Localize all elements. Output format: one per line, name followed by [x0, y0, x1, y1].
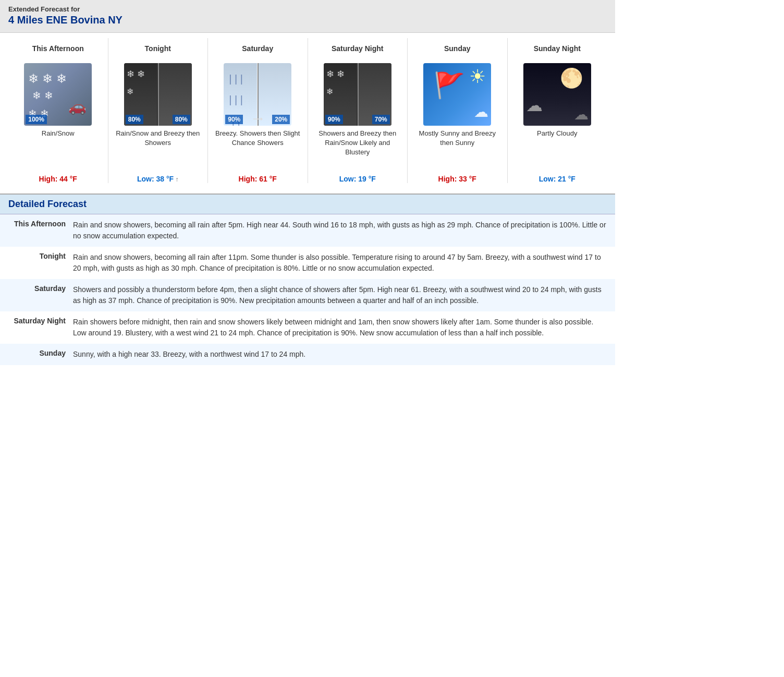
detail-period-3: Saturday Night: [0, 311, 73, 344]
weather-image-tonight: ❄ ❄❄80%80%: [124, 63, 192, 126]
forecast-grid: This Afternoon❄ ❄ ❄❄ ❄ ❄ ❄🚗100%Rain/Snow…: [8, 38, 607, 183]
detail-text-1: Rain and snow showers, becoming all rain…: [73, 247, 615, 279]
detail-period-4: Sunday: [0, 344, 73, 365]
detail-row: Saturday NightRain showers before midnig…: [0, 311, 615, 344]
forecast-temp-sunday-night: Low: 21 °F: [512, 175, 603, 183]
page-header: Extended Forecast for 4 Miles ENE Bovina…: [0, 0, 615, 33]
forecast-col-saturday: Saturday| | || | || |90%⟶20%Breezy. Show…: [208, 38, 308, 183]
forecast-col-this-afternoon: This Afternoon❄ ❄ ❄❄ ❄ ❄ ❄🚗100%Rain/Snow…: [8, 38, 108, 183]
detail-period-0: This Afternoon: [0, 214, 73, 247]
forecast-temp-sunday: High: 33 °F: [412, 175, 503, 183]
forecast-period-sunday: Sunday: [412, 38, 503, 59]
forecast-period-saturday-night: Saturday Night: [312, 38, 403, 59]
forecast-period-tonight: Tonight: [113, 38, 204, 59]
forecast-period-this-afternoon: This Afternoon: [13, 38, 104, 59]
detail-text-2: Showers and possibly a thunderstorm befo…: [73, 279, 615, 311]
detail-period-1: Tonight: [0, 247, 73, 279]
weather-image-this-afternoon: ❄ ❄ ❄❄ ❄ ❄ ❄🚗100%: [24, 63, 92, 126]
forecast-desc-saturday: Breezy. Showers then Slight Chance Showe…: [212, 129, 303, 171]
forecast-col-saturday-night: Saturday Night❄ ❄❄90%70%Showers and Bree…: [308, 38, 408, 183]
forecast-temp-tonight: Low: 38 °F ↑: [113, 175, 204, 183]
forecast-temp-saturday: High: 61 °F: [212, 175, 303, 183]
forecast-col-sunday-night: Sunday Night🌕☁☁Partly CloudyLow: 21 °F: [508, 38, 607, 183]
forecast-period-saturday: Saturday: [212, 38, 303, 59]
header-label: Extended Forecast for: [8, 5, 607, 13]
detail-row: SaturdayShowers and possibly a thunderst…: [0, 279, 615, 311]
forecast-desc-tonight: Rain/Snow and Breezy then Showers: [113, 129, 204, 171]
forecast-desc-sunday-night: Partly Cloudy: [512, 129, 603, 171]
detailed-forecast-section: Detailed Forecast This AfternoonRain and…: [0, 195, 615, 365]
detail-row: TonightRain and snow showers, becoming a…: [0, 247, 615, 279]
detail-period-2: Saturday: [0, 279, 73, 311]
forecast-temp-this-afternoon: High: 44 °F: [13, 175, 104, 183]
forecast-col-sunday: Sunday🚩☀☁Mostly Sunny and Breezy then Su…: [408, 38, 508, 183]
forecast-col-tonight: Tonight❄ ❄❄80%80%Rain/Snow and Breezy th…: [108, 38, 209, 183]
detail-table: This AfternoonRain and snow showers, bec…: [0, 214, 615, 365]
weather-image-sunday-night: 🌕☁☁: [523, 63, 591, 126]
forecast-temp-saturday-night: Low: 19 °F: [312, 175, 403, 183]
weather-image-saturday-night: ❄ ❄❄90%70%: [324, 63, 391, 126]
weather-image-sunday: 🚩☀☁: [423, 63, 491, 126]
header-location: 4 Miles ENE Bovina NY: [8, 14, 607, 26]
detail-row: This AfternoonRain and snow showers, bec…: [0, 214, 615, 247]
forecast-desc-this-afternoon: Rain/Snow: [13, 129, 104, 171]
detailed-forecast-header: Detailed Forecast: [0, 195, 615, 214]
weather-image-saturday: | | || | || |90%⟶20%: [224, 63, 291, 126]
forecast-period-sunday-night: Sunday Night: [512, 38, 603, 59]
forecast-desc-sunday: Mostly Sunny and Breezy then Sunny: [412, 129, 503, 171]
forecast-desc-saturday-night: Showers and Breezy then Rain/Snow Likely…: [312, 129, 403, 171]
detail-text-0: Rain and snow showers, becoming all rain…: [73, 214, 615, 247]
detail-row: SundaySunny, with a high near 33. Breezy…: [0, 344, 615, 365]
detail-text-3: Rain showers before midnight, then rain …: [73, 311, 615, 344]
extended-forecast-section: This Afternoon❄ ❄ ❄❄ ❄ ❄ ❄🚗100%Rain/Snow…: [0, 33, 615, 194]
detail-text-4: Sunny, with a high near 33. Breezy, with…: [73, 344, 615, 365]
